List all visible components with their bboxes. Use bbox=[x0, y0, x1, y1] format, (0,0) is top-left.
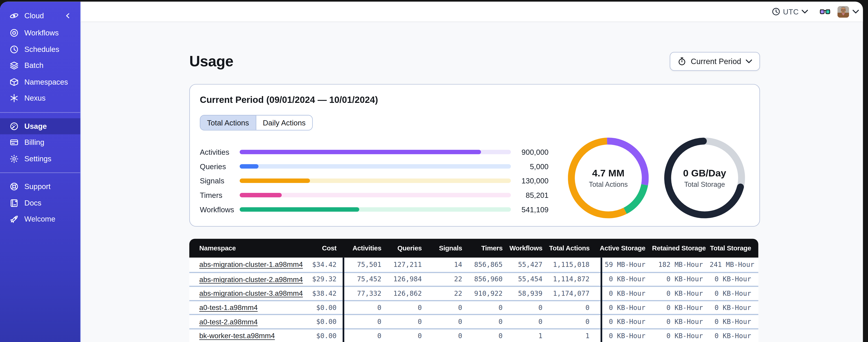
value-cell: 0 KB-Hour bbox=[652, 275, 710, 283]
actions-bar-chart: Activities900,000Queries5,000Signals130,… bbox=[200, 145, 549, 218]
summary-donuts: 4.7 MM Total Actions 0 GB/Day Total Stor… bbox=[568, 138, 745, 218]
value-cell: 241 MB-Hour bbox=[710, 261, 758, 269]
donut-center: 4.7 MM Total Actions bbox=[568, 138, 649, 218]
column-header-total-storage: Total Storage bbox=[710, 244, 758, 252]
sidebar-collapse-button[interactable] bbox=[64, 11, 72, 20]
sidebar-item-support[interactable]: Support bbox=[0, 178, 80, 195]
value-cell: 856,960 bbox=[469, 275, 509, 283]
bar-value: 900,000 bbox=[511, 148, 549, 156]
value-cell: 75,452 bbox=[343, 275, 388, 283]
batch-icon bbox=[9, 61, 19, 70]
tab-total-actions[interactable]: Total Actions bbox=[200, 115, 256, 130]
sidebar-item-label: Support bbox=[24, 182, 51, 191]
stopwatch-icon bbox=[678, 57, 686, 66]
value-cell: 0 bbox=[343, 318, 388, 326]
sidebar-item-welcome[interactable]: Welcome bbox=[0, 211, 80, 228]
value-cell: 0 bbox=[428, 332, 469, 340]
chevron-down-icon bbox=[746, 59, 752, 64]
namespace-link[interactable]: a0-test-2.a98mm4 bbox=[199, 318, 257, 326]
value-cell: 1 bbox=[509, 332, 549, 340]
top-bar-right: UTC bbox=[771, 6, 863, 18]
donut-value: 4.7 MM bbox=[592, 167, 624, 179]
screenshot-stage: Cloud WorkflowsSchedulesBatchNamespacesN… bbox=[0, 0, 868, 342]
value-cell: 22 bbox=[428, 275, 469, 283]
value-cell: 59 MB-Hour bbox=[596, 261, 652, 269]
sidebar-item-settings[interactable]: Settings bbox=[0, 151, 80, 167]
value-cell: 1,114,872 bbox=[549, 275, 596, 283]
sidebar-item-label: Nexus bbox=[24, 94, 45, 102]
namespace-cell: abs-migration-cluster-2.a98mm4 bbox=[189, 275, 306, 283]
bar-row-queries: Queries5,000 bbox=[200, 159, 549, 174]
namespace-link[interactable]: bk-worker-test.a98mm4 bbox=[199, 332, 275, 340]
sidebar-item-docs[interactable]: Docs bbox=[0, 195, 80, 211]
bar-fill bbox=[240, 193, 282, 197]
value-cell: 0 KB-Hour bbox=[710, 275, 758, 283]
namespace-cell: abs-migration-cluster-1.a98mm4 bbox=[189, 261, 306, 269]
namespace-link[interactable]: abs-migration-cluster-2.a98mm4 bbox=[199, 275, 303, 283]
namespace-cell: bk-worker-test.a98mm4 bbox=[189, 332, 306, 340]
bar-value: 130,000 bbox=[511, 177, 549, 185]
sidebar-brand-label: Cloud bbox=[24, 11, 44, 20]
value-cell: 0 KB-Hour bbox=[652, 304, 710, 311]
value-cell: 910,922 bbox=[469, 290, 509, 297]
sidebar-item-schedules[interactable]: Schedules bbox=[0, 41, 80, 58]
namespace-link[interactable]: abs-migration-cluster-1.a98mm4 bbox=[199, 261, 303, 269]
value-cell: 0 bbox=[343, 304, 388, 311]
settings-icon bbox=[9, 154, 19, 164]
bar-label: Workflows bbox=[200, 205, 240, 214]
donut-value: 0 GB/Day bbox=[683, 167, 726, 179]
sidebar: Cloud WorkflowsSchedulesBatchNamespacesN… bbox=[0, 2, 81, 342]
actions-tabs: Total ActionsDaily Actions bbox=[200, 115, 313, 131]
tab-daily-actions[interactable]: Daily Actions bbox=[255, 115, 312, 130]
usage-icon bbox=[9, 122, 19, 131]
donut-label: Total Actions bbox=[589, 181, 628, 189]
period-selector-button[interactable]: Current Period bbox=[670, 52, 760, 71]
glasses-icon[interactable] bbox=[820, 8, 830, 15]
value-cell: 0 bbox=[469, 304, 509, 311]
donut-total-actions: 4.7 MM Total Actions bbox=[568, 138, 649, 218]
sidebar-item-namespaces[interactable]: Namespaces bbox=[0, 74, 80, 90]
namespace-cell: abs-migration-cluster-3.a98mm4 bbox=[189, 289, 306, 298]
value-cell: 0 KB-Hour bbox=[710, 304, 758, 311]
value-cell: 0 KB-Hour bbox=[596, 290, 652, 297]
sidebar-item-label: Billing bbox=[24, 138, 44, 147]
bar-value: 541,109 bbox=[511, 205, 549, 214]
sidebar-item-label: Namespaces bbox=[24, 78, 68, 86]
column-header-activities: Activities bbox=[343, 244, 388, 252]
value-cell: 58,939 bbox=[509, 290, 549, 297]
namespace-link[interactable]: a0-test-1.a98mm4 bbox=[199, 303, 257, 312]
value-cell: 1 bbox=[549, 332, 596, 340]
namespace-cell: a0-test-2.a98mm4 bbox=[189, 318, 306, 326]
sidebar-item-billing[interactable]: Billing bbox=[0, 134, 80, 150]
bar-row-activities: Activities900,000 bbox=[200, 145, 549, 159]
donut-total-storage: 0 GB/Day Total Storage bbox=[664, 138, 745, 218]
value-cell: 1,174,077 bbox=[549, 290, 596, 297]
user-avatar[interactable] bbox=[837, 6, 849, 18]
user-menu-chevron-icon[interactable] bbox=[852, 9, 859, 14]
value-cell: 856,865 bbox=[469, 261, 509, 269]
timezone-selector[interactable]: UTC bbox=[771, 7, 808, 16]
sidebar-item-cloud[interactable]: Cloud bbox=[0, 6, 80, 25]
namespace-link[interactable]: abs-migration-cluster-3.a98mm4 bbox=[199, 289, 303, 298]
value-cell: 127,211 bbox=[388, 261, 428, 269]
value-cell: 0 bbox=[469, 318, 509, 326]
sidebar-item-label: Schedules bbox=[24, 45, 59, 54]
value-cell: $34.42 bbox=[305, 261, 343, 269]
cloud-logo-icon bbox=[9, 11, 19, 20]
sidebar-item-batch[interactable]: Batch bbox=[0, 58, 80, 74]
sidebar-item-label: Welcome bbox=[24, 215, 55, 224]
column-header-cost: Cost bbox=[305, 244, 343, 252]
sidebar-item-usage[interactable]: Usage bbox=[0, 118, 80, 134]
sidebar-item-nexus[interactable]: Nexus bbox=[0, 90, 80, 106]
period-button-label: Current Period bbox=[691, 57, 741, 66]
sidebar-item-workflows[interactable]: Workflows bbox=[0, 25, 80, 41]
table-row: abs-migration-cluster-3.a98mm4$38.4277,3… bbox=[189, 286, 758, 300]
sidebar-groups: WorkflowsSchedulesBatchNamespacesNexusUs… bbox=[0, 25, 80, 228]
value-cell: 0 bbox=[428, 318, 469, 326]
value-cell: $0.00 bbox=[305, 304, 343, 311]
donut-label: Total Storage bbox=[684, 181, 725, 189]
value-cell: 182 MB-Hour bbox=[652, 261, 710, 269]
chevron-down-icon bbox=[802, 9, 808, 14]
clock-icon bbox=[771, 7, 780, 16]
namespace-usage-table: NamespaceCostActivitiesQueriesSignalsTim… bbox=[189, 239, 758, 342]
